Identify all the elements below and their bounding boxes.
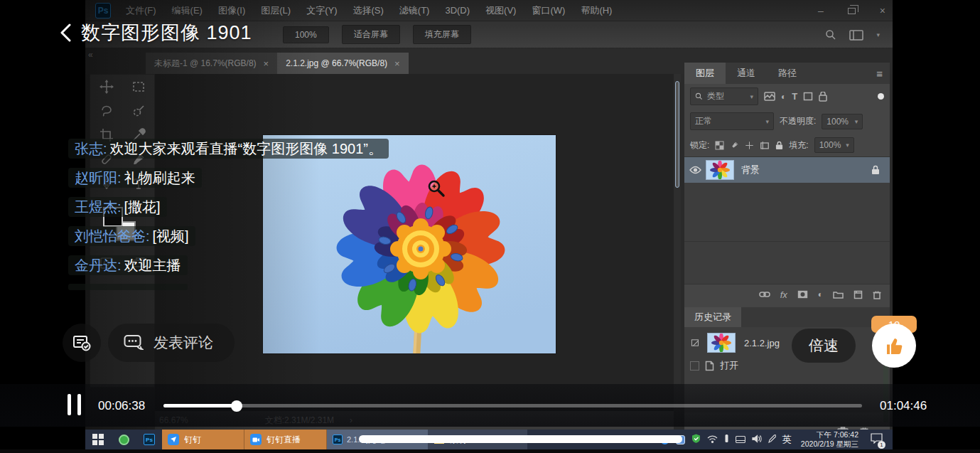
layer-visibility-eye-icon[interactable] bbox=[689, 166, 701, 174]
history-brush-source-icon[interactable] bbox=[690, 338, 701, 348]
photoshop-taskbar-icon[interactable]: Ps bbox=[136, 430, 162, 449]
blend-mode-dropdown[interactable]: 正常 ▾ bbox=[690, 112, 774, 130]
minimize-icon[interactable]: – bbox=[818, 5, 824, 16]
start-button[interactable] bbox=[85, 430, 111, 449]
filter-smartobject-icon[interactable] bbox=[819, 92, 827, 102]
fill-value: 100% bbox=[819, 140, 841, 150]
tray-touchpad-icon[interactable] bbox=[736, 433, 745, 446]
menu-edit[interactable]: 编辑(E) bbox=[164, 0, 210, 21]
ps-menubar: Ps 文件(F) 编辑(E) 图像(I) 图层(L) 文字(Y) 选择(S) 滤… bbox=[85, 0, 893, 21]
tab-layers[interactable]: 图层 bbox=[684, 63, 726, 84]
quick-select-tool[interactable] bbox=[122, 99, 154, 123]
search-icon[interactable] bbox=[825, 29, 836, 41]
filter-shape-icon[interactable] bbox=[803, 92, 813, 101]
lock-position-icon[interactable] bbox=[745, 141, 754, 150]
opacity-dropdown[interactable]: 100% ▾ bbox=[822, 114, 863, 129]
restore-icon[interactable] bbox=[848, 8, 856, 14]
history-snapshot-thumbnail[interactable] bbox=[707, 333, 736, 353]
history-step-checkbox[interactable] bbox=[690, 361, 699, 371]
doc-tab-untitled[interactable]: 未标题-1 @ 16.7%(RGB/8) × bbox=[146, 53, 277, 74]
back-button[interactable] bbox=[60, 23, 71, 42]
taskbar-item-dingtalk[interactable]: 钉钉 bbox=[162, 430, 244, 449]
doc-tab-label: 2.1.2.jpg @ 66.7%(RGB/8) bbox=[286, 58, 387, 68]
filter-text-icon[interactable]: T bbox=[792, 91, 797, 102]
menu-help[interactable]: 帮助(H) bbox=[573, 0, 620, 21]
recording-progress-pill bbox=[359, 435, 682, 443]
like-button[interactable] bbox=[872, 324, 916, 368]
pause-button[interactable] bbox=[68, 394, 81, 415]
search-icon bbox=[695, 92, 703, 100]
menu-3d[interactable]: 3D(D) bbox=[437, 0, 478, 21]
chat-text: 欢迎主播 bbox=[124, 257, 181, 273]
menu-filter[interactable]: 滤镜(T) bbox=[392, 0, 438, 21]
history-snapshot-row[interactable]: 2.1.2.jpg bbox=[684, 331, 890, 354]
menu-layer[interactable]: 图层(L) bbox=[253, 0, 298, 21]
menu-view[interactable]: 视图(V) bbox=[478, 0, 524, 21]
filter-on-indicator[interactable] bbox=[878, 93, 884, 100]
filter-adjustment-icon[interactable]: ◐ bbox=[781, 92, 786, 102]
menu-file[interactable]: 文件(F) bbox=[118, 0, 164, 21]
lock-transparent-icon[interactable] bbox=[715, 141, 724, 150]
link-layers-icon[interactable] bbox=[759, 291, 770, 298]
marquee-tool[interactable] bbox=[122, 75, 154, 99]
live-chat-overlay: 张志:欢迎大家来观看直播“数字图形图像 1901”。 赵昕阳:礼物刷起来 王煜杰… bbox=[68, 138, 402, 290]
comment-input-button[interactable]: 发表评论 bbox=[108, 324, 235, 362]
layer-filter-dropdown[interactable]: 类型 ▾ bbox=[690, 87, 758, 105]
page-title: 数字图形图像 1901 bbox=[81, 20, 252, 46]
panel-menu-icon[interactable]: ≡ bbox=[876, 68, 883, 80]
seek-bar[interactable] bbox=[163, 404, 862, 407]
menu-type[interactable]: 文字(Y) bbox=[298, 0, 345, 21]
tab-channels[interactable]: 通道 bbox=[726, 63, 767, 84]
workspace-layout-icon[interactable] bbox=[849, 30, 863, 41]
opacity-label: 不透明度: bbox=[780, 115, 816, 127]
history-step-open[interactable]: 打开 bbox=[684, 354, 890, 377]
browser-taskbar-icon[interactable] bbox=[111, 430, 136, 449]
canvas-vertical-scrollbar[interactable] bbox=[674, 74, 681, 384]
layer-style-fx-icon[interactable]: fx bbox=[780, 289, 787, 300]
tray-volume-icon[interactable] bbox=[752, 433, 762, 446]
delete-layer-icon[interactable] bbox=[873, 290, 881, 299]
fit-screen-button[interactable]: 适合屏幕 bbox=[342, 25, 400, 44]
dingtalk-icon bbox=[168, 434, 179, 445]
chat-username: 张志: bbox=[75, 141, 107, 156]
layer-row-background[interactable]: 背景 bbox=[684, 157, 890, 183]
playback-speed-button[interactable]: 倍速 bbox=[792, 329, 856, 363]
fill-screen-button[interactable]: 填充屏幕 bbox=[413, 25, 471, 44]
thumbs-up-icon bbox=[883, 335, 905, 356]
menu-select[interactable]: 选择(S) bbox=[345, 0, 391, 21]
adjustment-layer-icon[interactable]: ◐ bbox=[818, 289, 823, 299]
toolbox-collapse-icon[interactable]: « bbox=[88, 50, 93, 60]
menu-window[interactable]: 窗口(W) bbox=[524, 0, 573, 21]
tray-clock[interactable]: 下午 7:06:42 2020/2/19 星期三 bbox=[801, 430, 858, 449]
lasso-tool[interactable] bbox=[90, 99, 122, 123]
history-step-label: 打开 bbox=[720, 359, 738, 372]
taskbar-item-dingtalk-live[interactable]: 钉钉直播 bbox=[244, 430, 327, 449]
seek-handle[interactable] bbox=[231, 400, 242, 412]
new-group-icon[interactable] bbox=[833, 290, 844, 299]
tab-paths[interactable]: 路径 bbox=[767, 63, 808, 84]
zoom-100-button[interactable]: 100% bbox=[283, 26, 329, 43]
doc-tab-212jpg[interactable]: 2.1.2.jpg @ 66.7%(RGB/8) × bbox=[277, 53, 409, 74]
menu-image[interactable]: 图像(I) bbox=[210, 0, 253, 21]
tab-history[interactable]: 历史记录 bbox=[684, 307, 741, 327]
doc-tab-label: 未标题-1 @ 16.7%(RGB/8) bbox=[154, 58, 257, 70]
tray-language-indicator[interactable]: 英 bbox=[782, 433, 792, 446]
tray-pen-icon[interactable] bbox=[768, 433, 776, 446]
close-icon[interactable]: × bbox=[880, 5, 885, 16]
notification-center-icon[interactable]: 1 bbox=[871, 433, 883, 447]
tray-usb-icon[interactable] bbox=[724, 433, 729, 446]
filter-pixel-icon[interactable] bbox=[764, 92, 775, 101]
add-mask-icon[interactable] bbox=[797, 290, 808, 299]
lock-artboard-icon[interactable] bbox=[760, 141, 770, 150]
tray-wifi-icon[interactable] bbox=[707, 433, 718, 446]
new-layer-icon[interactable] bbox=[854, 290, 863, 299]
lock-pixels-icon[interactable] bbox=[730, 141, 739, 150]
close-tab-icon[interactable]: × bbox=[394, 58, 400, 69]
tray-security-icon[interactable] bbox=[691, 433, 701, 446]
chat-settings-button[interactable] bbox=[63, 324, 101, 362]
move-tool[interactable] bbox=[90, 75, 122, 99]
close-tab-icon[interactable]: × bbox=[264, 58, 269, 69]
fill-dropdown[interactable]: 100% ▾ bbox=[814, 137, 854, 153]
layer-thumbnail[interactable] bbox=[706, 160, 734, 180]
lock-all-icon[interactable] bbox=[775, 141, 783, 150]
